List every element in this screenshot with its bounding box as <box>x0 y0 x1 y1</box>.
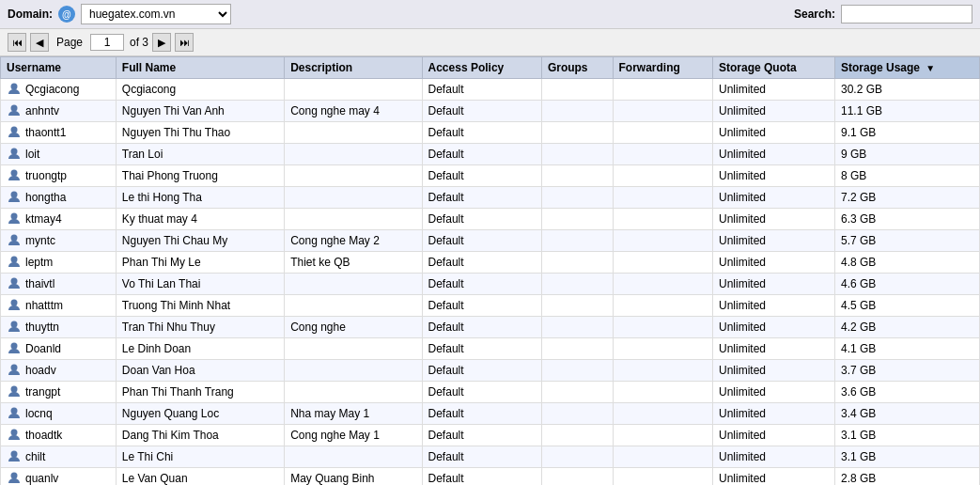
table-header: Username Full Name Description Access Po… <box>1 57 980 79</box>
cell-storage-quota: Unlimited <box>712 274 834 295</box>
col-storage-quota[interactable]: Storage Quota <box>712 57 834 79</box>
cell-username: thaontt1 <box>1 122 117 144</box>
table-row[interactable]: locnqNguyen Quang LocNha may May 1Defaul… <box>1 403 980 425</box>
cell-groups <box>541 468 613 486</box>
last-page-button[interactable]: ⏭ <box>175 33 194 52</box>
col-storage-usage[interactable]: Storage Usage ▼ <box>834 57 979 79</box>
cell-username: hoadv <box>1 360 117 382</box>
col-description[interactable]: Description <box>285 57 422 79</box>
cell-access-policy: Default <box>422 403 541 425</box>
cell-storage-usage: 9 GB <box>834 144 979 165</box>
cell-username: loit <box>1 144 117 165</box>
user-icon <box>7 471 22 485</box>
search-section: Search: <box>794 5 972 23</box>
cell-access-policy: Default <box>422 295 541 317</box>
cell-groups <box>541 101 613 122</box>
table-row[interactable]: nhatttmTruong Thi Minh NhatDefaultUnlimi… <box>1 295 980 317</box>
cell-description <box>285 382 422 403</box>
cell-groups <box>541 338 613 360</box>
prev-page-button[interactable]: ◀ <box>30 33 49 52</box>
cell-storage-usage: 7.2 GB <box>834 187 979 209</box>
search-input[interactable] <box>841 5 972 23</box>
cell-access-policy: Default <box>422 446 541 468</box>
cell-storage-usage: 2.8 GB <box>834 468 979 486</box>
table-row[interactable]: loitTran LoiDefaultUnlimited9 GB <box>1 144 980 165</box>
col-forwarding[interactable]: Forwarding <box>613 57 712 79</box>
cell-storage-usage: 3.7 GB <box>834 360 979 382</box>
cell-forwarding <box>613 230 712 252</box>
cell-groups <box>541 209 613 230</box>
cell-username: thoadtk <box>1 425 117 446</box>
user-icon <box>7 190 22 205</box>
cell-storage-usage: 4.5 GB <box>834 295 979 317</box>
table-row[interactable]: anhntvNguyen Thi Van AnhCong nghe may 4D… <box>1 101 980 122</box>
cell-username: trangpt <box>1 382 117 403</box>
cell-username: ktmay4 <box>1 209 117 230</box>
cell-groups <box>541 425 613 446</box>
svg-point-8 <box>11 257 18 263</box>
cell-access-policy: Default <box>422 338 541 360</box>
table-row[interactable]: thuyttnTran Thi Nhu ThuyCong ngheDefault… <box>1 317 980 338</box>
cell-forwarding <box>613 403 712 425</box>
next-page-button[interactable]: ▶ <box>152 33 171 52</box>
col-groups[interactable]: Groups <box>541 57 613 79</box>
table-row[interactable]: thaontt1Nguyen Thi Thu ThaoDefaultUnlimi… <box>1 122 980 144</box>
svg-point-1 <box>11 105 18 112</box>
cell-username: hongtha <box>1 187 117 209</box>
cell-storage-quota: Unlimited <box>712 144 834 165</box>
col-username[interactable]: Username <box>1 57 117 79</box>
svg-point-2 <box>11 127 18 133</box>
cell-description <box>285 209 422 230</box>
table-row[interactable]: myntcNguyen Thi Chau MyCong nghe May 2De… <box>1 230 980 252</box>
cell-username: Doanld <box>1 338 117 360</box>
cell-groups <box>541 274 613 295</box>
table-row[interactable]: quanlvLe Van QuanMay Quang BinhDefaultUn… <box>1 468 980 486</box>
table-row[interactable]: hongthaLe thi Hong ThaDefaultUnlimited7.… <box>1 187 980 209</box>
cell-username: locnq <box>1 403 117 425</box>
user-icon <box>7 255 22 270</box>
cell-groups <box>541 144 613 165</box>
cell-groups <box>541 122 613 144</box>
cell-description <box>285 338 422 360</box>
svg-point-17 <box>11 451 18 458</box>
cell-access-policy: Default <box>422 360 541 382</box>
table-row[interactable]: thaivtlVo Thi Lan ThaiDefaultUnlimited4.… <box>1 274 980 295</box>
domain-icon: @ <box>58 6 75 23</box>
svg-point-4 <box>11 170 18 177</box>
svg-point-15 <box>11 408 18 415</box>
table-row[interactable]: trangptPhan Thi Thanh TrangDefaultUnlimi… <box>1 382 980 403</box>
cell-description: Nha may May 1 <box>285 403 422 425</box>
cell-fullname: Dang Thi Kim Thoa <box>116 425 284 446</box>
first-page-button[interactable]: ⏮ <box>8 33 26 52</box>
svg-point-10 <box>11 300 18 306</box>
table-row[interactable]: hoadvDoan Van HoaDefaultUnlimited3.7 GB <box>1 360 980 382</box>
cell-access-policy: Default <box>422 317 541 338</box>
cell-username: myntc <box>1 230 117 252</box>
cell-fullname: Ky thuat may 4 <box>116 209 284 230</box>
cell-forwarding <box>613 165 712 187</box>
col-fullname[interactable]: Full Name <box>116 57 284 79</box>
table-row[interactable]: truongtpThai Phong TruongDefaultUnlimite… <box>1 165 980 187</box>
cell-storage-quota: Unlimited <box>712 230 834 252</box>
table-row[interactable]: chiltLe Thi ChiDefaultUnlimited3.1 GB <box>1 446 980 468</box>
domain-select[interactable]: huegatex.com.vn <box>81 4 231 24</box>
cell-access-policy: Default <box>422 187 541 209</box>
user-icon <box>7 276 22 291</box>
cell-groups <box>541 317 613 338</box>
cell-forwarding <box>613 446 712 468</box>
table-row[interactable]: QcgiacongQcgiacongDefaultUnlimited30.2 G… <box>1 79 980 101</box>
table-row[interactable]: ktmay4Ky thuat may 4DefaultUnlimited6.3 … <box>1 209 980 230</box>
table-row[interactable]: DoanldLe Dinh DoanDefaultUnlimited4.1 GB <box>1 338 980 360</box>
svg-point-0 <box>11 84 18 90</box>
cell-groups <box>541 295 613 317</box>
cell-forwarding <box>613 295 712 317</box>
table-row[interactable]: thoadtkDang Thi Kim ThoaCong nghe May 1D… <box>1 425 980 446</box>
svg-point-11 <box>11 321 18 328</box>
page-input[interactable] <box>90 34 124 51</box>
col-access-policy[interactable]: Access Policy <box>422 57 541 79</box>
users-table: Username Full Name Description Access Po… <box>0 56 980 485</box>
table-row[interactable]: leptmPhan Thi My LeThiet ke QBDefaultUnl… <box>1 252 980 274</box>
svg-point-5 <box>11 192 18 198</box>
cell-storage-quota: Unlimited <box>712 79 834 101</box>
cell-description: Thiet ke QB <box>285 252 422 274</box>
